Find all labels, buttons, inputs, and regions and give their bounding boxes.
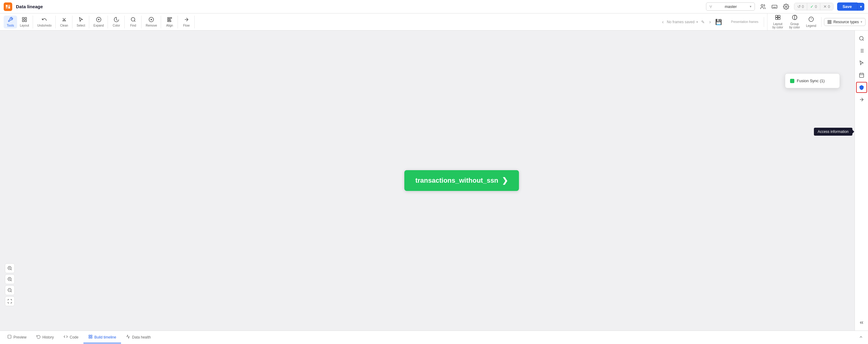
tab-history[interactable]: History bbox=[31, 332, 59, 343]
remove-button[interactable]: Remove bbox=[143, 15, 159, 28]
pf-next-button[interactable]: › bbox=[708, 18, 712, 26]
app-logo bbox=[4, 2, 12, 11]
settings-icon-btn[interactable] bbox=[782, 2, 790, 11]
branch-selector[interactable]: ⑂ master ▾ bbox=[706, 2, 755, 11]
collapse-sidebar-button[interactable] bbox=[856, 317, 867, 328]
pf-save-button[interactable]: 💾 bbox=[714, 18, 723, 27]
flow-button[interactable]: Flow bbox=[180, 15, 193, 28]
counter-redo: ✓ 0 bbox=[807, 3, 820, 10]
toolbar-divider-2 bbox=[821, 17, 822, 27]
select-button[interactable]: Select bbox=[74, 15, 88, 28]
search-sidebar-button[interactable] bbox=[856, 33, 867, 44]
save-arrow-button[interactable]: ▾ bbox=[857, 3, 864, 11]
zoom-out-button[interactable] bbox=[5, 285, 15, 295]
zoom-controls bbox=[5, 263, 15, 306]
right-sidebar: Access information bbox=[855, 31, 868, 331]
svg-rect-55 bbox=[8, 335, 11, 339]
toolbar-group-tools: Tools Layout bbox=[2, 15, 33, 28]
expand-button[interactable]: Expand bbox=[91, 15, 106, 28]
svg-point-3 bbox=[785, 6, 787, 7]
clean-button[interactable]: Clean bbox=[58, 15, 71, 28]
list-sidebar-button[interactable] bbox=[856, 45, 867, 56]
align-icon bbox=[167, 17, 173, 23]
svg-rect-6 bbox=[22, 20, 24, 21]
toolbar-group-flow: Flow bbox=[179, 15, 195, 28]
arrows-sidebar-button[interactable] bbox=[856, 94, 867, 105]
svg-rect-19 bbox=[167, 19, 170, 20]
layout-by-color-button[interactable]: Layoutby color bbox=[770, 13, 785, 30]
clean-icon bbox=[61, 17, 67, 23]
color-button[interactable]: Color bbox=[110, 15, 123, 28]
svg-rect-2 bbox=[772, 5, 777, 8]
tab-build-timeline-label: Build timeline bbox=[94, 335, 116, 339]
find-icon bbox=[130, 17, 136, 23]
zoom-fit2-button[interactable] bbox=[5, 296, 15, 306]
build-timeline-tab-icon bbox=[88, 335, 93, 340]
presentation-frames-group: ‹ No frames saved ▾ ✎ › 💾 bbox=[657, 18, 726, 27]
legend-label: Legend bbox=[806, 24, 816, 28]
remove-icon bbox=[149, 17, 154, 23]
tools-button[interactable]: Tools bbox=[4, 15, 17, 28]
calendar-sidebar-button[interactable] bbox=[856, 70, 867, 81]
group-by-color-button[interactable]: Groupby color bbox=[787, 13, 802, 30]
legend-icon bbox=[808, 17, 814, 24]
dropdown-color-indicator bbox=[790, 79, 794, 83]
counter-undo: ↺ 0 bbox=[794, 3, 807, 10]
align-button[interactable]: Align bbox=[163, 15, 176, 28]
svg-rect-56 bbox=[89, 335, 90, 336]
toolbar-group-select: Select bbox=[73, 15, 89, 28]
tab-preview[interactable]: Preview bbox=[2, 332, 31, 343]
resource-types-label: Resource types bbox=[834, 20, 859, 24]
tab-data-health[interactable]: Data health bbox=[121, 332, 156, 343]
pf-prev-button[interactable]: ‹ bbox=[661, 18, 665, 26]
zoom-fit-button[interactable] bbox=[5, 263, 15, 273]
pf-edit-button[interactable]: ✎ bbox=[700, 18, 706, 26]
tab-expand-button[interactable] bbox=[857, 334, 866, 342]
layout-by-color-icon bbox=[775, 15, 781, 22]
svg-line-32 bbox=[11, 269, 11, 270]
users-icon-btn[interactable] bbox=[758, 2, 767, 11]
shield-sidebar-button[interactable] bbox=[856, 82, 867, 93]
save-button[interactable]: Save bbox=[837, 2, 857, 11]
node-button[interactable]: transactions_without_ssn ❯ bbox=[404, 170, 519, 191]
counter-group: ↺ 0 ✓ 0 ✕ 0 bbox=[794, 3, 834, 10]
svg-rect-59 bbox=[91, 337, 92, 338]
pf-dropdown-arrow: ▾ bbox=[696, 20, 698, 24]
align-label: Align bbox=[166, 24, 173, 27]
branch-dropdown-icon: ▾ bbox=[750, 5, 751, 8]
find-button[interactable]: Find bbox=[127, 15, 140, 28]
layout-button[interactable]: Layout bbox=[18, 15, 31, 28]
tab-code[interactable]: Code bbox=[59, 332, 84, 343]
dropdown-item-fusion-sync[interactable]: Fusion Sync (1) bbox=[785, 76, 840, 86]
bottom-tabs: Preview History Code Build timeline Data… bbox=[0, 331, 868, 344]
legend-button[interactable]: Legend bbox=[804, 15, 818, 29]
save-btn-group: Save ▾ bbox=[837, 2, 864, 11]
svg-rect-28 bbox=[830, 20, 831, 21]
pf-label: No frames saved bbox=[667, 20, 695, 24]
svg-rect-22 bbox=[778, 15, 780, 17]
data-health-tab-icon bbox=[126, 335, 130, 340]
tab-build-timeline[interactable]: Build timeline bbox=[84, 332, 121, 343]
expand-label: Expand bbox=[94, 24, 104, 27]
node-arrow-icon: ❯ bbox=[502, 176, 508, 185]
tab-data-health-label: Data health bbox=[132, 335, 151, 339]
toolbar-group-find: Find bbox=[125, 15, 142, 28]
svg-line-43 bbox=[863, 39, 863, 40]
branch-icon: ⑂ bbox=[709, 4, 712, 9]
cursor-sidebar-button[interactable] bbox=[856, 57, 867, 68]
undoredo-button[interactable]: Undo/redo bbox=[35, 15, 54, 28]
resource-types-button[interactable]: Resource types ▾ bbox=[824, 18, 866, 26]
node-label: transactions_without_ssn bbox=[415, 177, 498, 185]
select-icon bbox=[78, 17, 84, 23]
layout-icon bbox=[22, 17, 27, 23]
find-label: Find bbox=[130, 24, 136, 27]
keyboard-icon-btn[interactable] bbox=[770, 2, 779, 11]
color-icon bbox=[114, 17, 119, 23]
code-tab-icon bbox=[64, 335, 68, 340]
toolbar-group-clean: Clean bbox=[56, 15, 72, 28]
node-container: transactions_without_ssn ❯ bbox=[404, 170, 519, 191]
svg-rect-4 bbox=[22, 18, 24, 19]
svg-rect-0 bbox=[4, 2, 12, 11]
zoom-in-button[interactable] bbox=[5, 274, 15, 284]
canvas-area[interactable]: transactions_without_ssn ❯ Fusion Syn bbox=[0, 31, 855, 331]
